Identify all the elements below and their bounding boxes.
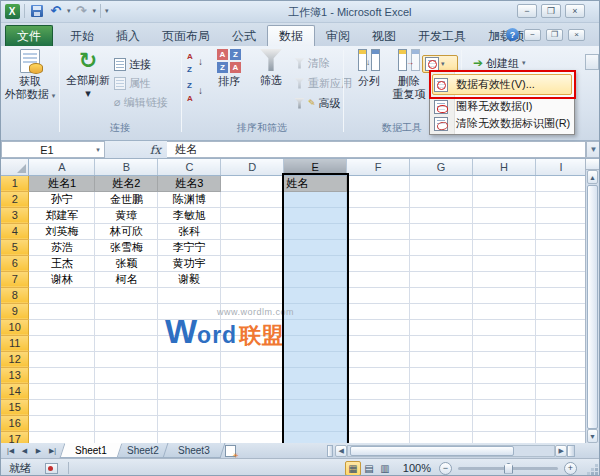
column-header-I[interactable]: I: [535, 159, 586, 175]
cell-H10[interactable]: [473, 319, 536, 335]
zoom-in-button[interactable]: +: [564, 462, 577, 475]
cell-F14[interactable]: [347, 383, 410, 399]
cell-G17[interactable]: [410, 431, 473, 443]
row-header-17[interactable]: 17: [1, 431, 29, 443]
next-sheet-icon[interactable]: ▶: [32, 444, 45, 457]
cell-D16[interactable]: [221, 415, 284, 431]
cell-H13[interactable]: [473, 367, 536, 383]
sheet-tab-sheet1[interactable]: Sheet1: [60, 443, 123, 458]
cell-A7[interactable]: 谢林: [29, 271, 95, 287]
cell-E13[interactable]: [284, 367, 347, 383]
row-header-15[interactable]: 15: [1, 399, 29, 415]
cell-E8[interactable]: [284, 287, 347, 303]
cell-B9[interactable]: [95, 303, 158, 319]
cell-C5[interactable]: 李宁宁: [158, 239, 221, 255]
help-icon[interactable]: ?: [506, 28, 519, 41]
properties-button[interactable]: 属性: [114, 75, 151, 91]
name-box-dropdown-icon[interactable]: ▾: [92, 146, 104, 154]
cell-A3[interactable]: 郑建军: [29, 207, 95, 223]
cell-D6[interactable]: [221, 255, 284, 271]
cell-B15[interactable]: [95, 399, 158, 415]
cell-C16[interactable]: [158, 415, 221, 431]
cell-F16[interactable]: [347, 415, 410, 431]
cell-F3[interactable]: [347, 207, 410, 223]
cell-E3[interactable]: [284, 207, 347, 223]
cell-H16[interactable]: [473, 415, 536, 431]
column-header-H[interactable]: H: [473, 159, 536, 175]
ungroup-icon[interactable]: [585, 54, 599, 70]
cell-F2[interactable]: [347, 191, 410, 207]
cell-A9[interactable]: [29, 303, 95, 319]
text-to-columns-button[interactable]: ↓ 分列: [351, 49, 387, 88]
cell-A8[interactable]: [29, 287, 95, 303]
column-header-C[interactable]: C: [158, 159, 221, 175]
collapse-ribbon-icon[interactable]: ▲: [493, 30, 501, 39]
connections-button[interactable]: 连接: [114, 56, 151, 72]
cell-H15[interactable]: [473, 399, 536, 415]
name-box[interactable]: E1 ▾: [1, 141, 105, 158]
row-header-10[interactable]: 10: [1, 319, 29, 335]
undo-dropdown-icon[interactable]: ▾: [67, 7, 71, 15]
cell-B14[interactable]: [95, 383, 158, 399]
cell-A11[interactable]: [29, 335, 95, 351]
cell-F6[interactable]: [347, 255, 410, 271]
cell-H11[interactable]: [473, 335, 536, 351]
cell-G3[interactable]: [410, 207, 473, 223]
cell-F12[interactable]: [347, 351, 410, 367]
cell-H5[interactable]: [473, 239, 536, 255]
cell-F1[interactable]: [347, 175, 410, 191]
restore-button[interactable]: ❐: [541, 4, 561, 18]
cell-H4[interactable]: [473, 223, 536, 239]
cell-B11[interactable]: [95, 335, 158, 351]
cell-D2[interactable]: [221, 191, 284, 207]
column-header-F[interactable]: F: [347, 159, 410, 175]
cell-H2[interactable]: [473, 191, 536, 207]
redo-dropdown-icon[interactable]: ▾: [93, 7, 97, 15]
sheet-tab-sheet3[interactable]: Sheet3: [163, 443, 226, 458]
cell-I3[interactable]: [535, 207, 586, 223]
cell-I15[interactable]: [535, 399, 586, 415]
cell-I6[interactable]: [535, 255, 586, 271]
cell-G6[interactable]: [410, 255, 473, 271]
vertical-scroll-thumb[interactable]: [587, 185, 598, 429]
cell-H9[interactable]: [473, 303, 536, 319]
macro-record-icon[interactable]: [45, 463, 58, 474]
split-handle[interactable]: [586, 159, 599, 170]
minimize-button[interactable]: −: [517, 4, 537, 18]
row-header-12[interactable]: 12: [1, 351, 29, 367]
tab-file[interactable]: 文件: [5, 25, 53, 46]
menu-item-data-validation[interactable]: 数据有效性(V)...: [430, 71, 574, 98]
row-header-16[interactable]: 16: [1, 415, 29, 431]
tab-view[interactable]: 视图: [361, 26, 407, 46]
select-all-corner[interactable]: [1, 159, 29, 175]
cell-D12[interactable]: [221, 351, 284, 367]
excel-app-icon[interactable]: X: [4, 3, 20, 19]
cell-G1[interactable]: [410, 175, 473, 191]
cell-F17[interactable]: [347, 431, 410, 443]
cell-H3[interactable]: [473, 207, 536, 223]
cell-A17[interactable]: [29, 431, 95, 443]
row-header-14[interactable]: 14: [1, 383, 29, 399]
cell-C7[interactable]: 谢毅: [158, 271, 221, 287]
cell-B4[interactable]: 林可欣: [95, 223, 158, 239]
cell-H12[interactable]: [473, 351, 536, 367]
cell-I2[interactable]: [535, 191, 586, 207]
cell-E12[interactable]: [284, 351, 347, 367]
zoom-out-button[interactable]: −: [439, 462, 452, 475]
sort-button[interactable]: AZZA 排序: [209, 49, 249, 88]
cell-C8[interactable]: [158, 287, 221, 303]
filter-button[interactable]: 筛选: [251, 49, 291, 87]
cell-C17[interactable]: [158, 431, 221, 443]
tab-page-layout[interactable]: 页面布局: [151, 26, 221, 46]
cell-E2[interactable]: [284, 191, 347, 207]
edit-links-button[interactable]: ⌀ 编辑链接: [114, 94, 168, 110]
cell-I16[interactable]: [535, 415, 586, 431]
prev-sheet-icon[interactable]: ◀: [18, 444, 31, 457]
cell-E15[interactable]: [284, 399, 347, 415]
row-header-1[interactable]: 1: [1, 175, 29, 191]
cell-G9[interactable]: [410, 303, 473, 319]
horizontal-scrollbar[interactable]: [347, 445, 555, 457]
cell-C14[interactable]: [158, 383, 221, 399]
redo-button[interactable]: ↷: [74, 3, 90, 19]
row-header-9[interactable]: 9: [1, 303, 29, 319]
